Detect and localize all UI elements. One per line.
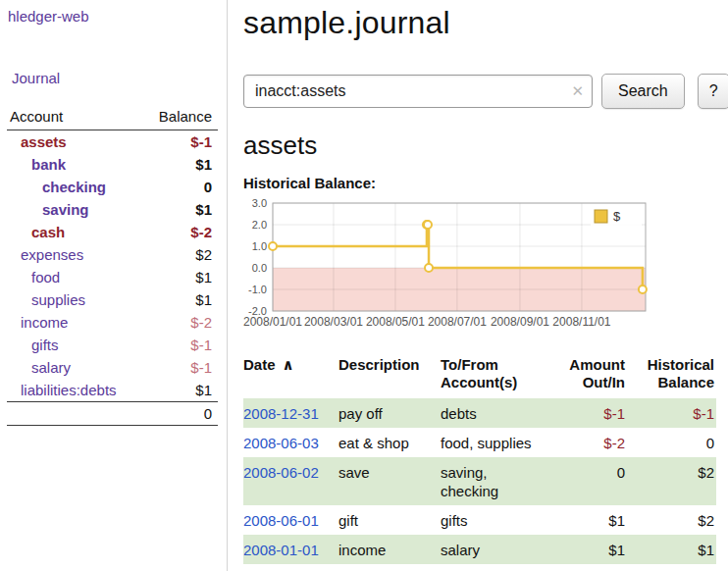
x-axis-tick-label: 2008/01/01	[243, 315, 302, 329]
transaction-amount: $1	[556, 535, 627, 564]
sidebar: hledger-web Journal Account Balance asse…	[0, 0, 228, 571]
account-link[interactable]: assets	[21, 133, 67, 150]
account-balance: $1	[141, 153, 218, 176]
account-balance: $-1	[141, 356, 218, 379]
account-balance: $-2	[141, 221, 218, 243]
account-link[interactable]: salary	[31, 359, 71, 376]
register-header-accounts: To/From Account(s)	[441, 354, 556, 398]
transaction-description: income	[338, 535, 441, 564]
account-link[interactable]: liabilities:debts	[21, 382, 117, 398]
account-row: food$1	[7, 266, 218, 288]
transaction-amount: 0	[556, 457, 627, 505]
register-header-description: Description	[338, 354, 441, 398]
accounts-total-row: 0	[7, 402, 218, 426]
transaction-balance: $2	[627, 457, 716, 505]
transaction-balance: 0	[627, 428, 716, 457]
transaction-date: 2008-01-01	[243, 535, 338, 564]
data-point-marker	[269, 242, 277, 250]
x-axis-tick-label: 2008/03/01	[304, 315, 363, 329]
transaction-row: 2008-06-02savesaving, checking0$2	[243, 457, 716, 505]
legend-label: $	[613, 209, 621, 224]
account-link[interactable]: food	[31, 269, 60, 286]
account-link[interactable]: income	[21, 314, 68, 331]
data-point-marker	[639, 286, 647, 293]
clear-search-icon[interactable]: ✕	[571, 82, 584, 100]
transaction-description: save	[338, 457, 441, 505]
y-axis-tick-label: 3.0	[252, 197, 267, 209]
account-link[interactable]: saving	[42, 201, 89, 218]
accounts-header-account: Account	[7, 106, 141, 130]
account-link[interactable]: gifts	[31, 337, 59, 353]
register-header-balance: Historical Balance	[627, 354, 716, 398]
transaction-accounts: salary	[441, 535, 556, 564]
y-axis-tick-label: 1.0	[252, 240, 267, 252]
account-row: gifts$-1	[7, 334, 218, 356]
account-link[interactable]: expenses	[21, 246, 83, 263]
account-link[interactable]: cash	[31, 224, 65, 240]
accounts-total-balance: 0	[141, 402, 218, 426]
page-title: sample.journal	[243, 0, 728, 41]
app-title: hledger-web	[0, 8, 227, 25]
transaction-date-link[interactable]: 2008-06-01	[243, 512, 319, 529]
account-balance: $2	[141, 243, 218, 266]
accounts-header-row: Account Balance	[7, 106, 218, 130]
transaction-date-link[interactable]: 2008-01-01	[243, 542, 319, 558]
account-balance: $1	[141, 379, 218, 402]
transaction-description: gift	[338, 505, 441, 535]
legend-swatch	[595, 210, 607, 223]
account-balance: $-1	[141, 130, 218, 154]
help-button[interactable]: ?	[698, 74, 728, 109]
sidebar-nav: Journal	[0, 70, 227, 86]
sidebar-item-journal[interactable]: Journal	[12, 70, 60, 86]
account-heading: assets	[243, 130, 728, 161]
account-row: checking0	[7, 176, 218, 198]
transaction-row: 2008-01-01incomesalary$1$1	[243, 535, 716, 564]
search-input[interactable]	[243, 75, 593, 108]
account-row: supplies$1	[7, 288, 218, 311]
account-balance: 0	[141, 176, 218, 198]
account-balance: $1	[141, 288, 218, 311]
transaction-row: 2008-06-03eat & shopfood, supplies$-20	[243, 428, 716, 457]
register-table-body: 2008-12-31pay offdebts$-1$-12008-06-03ea…	[243, 398, 716, 564]
register-header-date[interactable]: Date∧	[243, 354, 338, 398]
x-axis-tick-label: 2008/09/01	[491, 315, 549, 329]
account-link[interactable]: supplies	[31, 291, 85, 308]
y-axis-tick-label: -1.0	[248, 284, 267, 295]
transaction-date-link[interactable]: 2008-06-02	[243, 464, 319, 481]
y-axis-tick-label: 2.0	[252, 219, 267, 231]
chart-svg: $3.02.01.00.0-1.0-2.02008/01/012008/03/0…	[243, 197, 650, 335]
account-row: saving$1	[7, 198, 218, 221]
sort-ascending-icon: ∧	[283, 356, 294, 373]
transaction-balance: $2	[627, 505, 716, 535]
transaction-description: eat & shop	[338, 428, 441, 457]
x-axis-tick-label: 2008/07/01	[428, 315, 487, 329]
search-button[interactable]: Search	[601, 74, 685, 109]
account-link[interactable]: checking	[42, 179, 106, 195]
register-header-date-label: Date	[243, 356, 276, 373]
app-title-link[interactable]: hledger-web	[8, 8, 89, 25]
transaction-description: pay off	[338, 398, 441, 428]
y-axis-tick-label: 0.0	[252, 262, 267, 274]
accounts-table: Account Balance assets$-1bank$1checking0…	[7, 106, 218, 426]
x-axis-tick-label: 2008/11/01	[552, 315, 610, 329]
account-balance: $1	[141, 266, 218, 288]
account-row: liabilities:debts$1	[7, 379, 218, 402]
transaction-date-link[interactable]: 2008-06-03	[243, 435, 319, 451]
transaction-date: 2008-06-03	[243, 428, 338, 457]
hledger-web-app: hledger-web Journal Account Balance asse…	[0, 0, 728, 571]
transaction-amount: $1	[556, 505, 627, 535]
transaction-date: 2008-12-31	[243, 398, 338, 428]
account-balance: $-1	[141, 334, 218, 356]
accounts-header-balance: Balance	[141, 106, 218, 130]
accounts-total-spacer	[7, 402, 141, 426]
transaction-row: 2008-12-31pay offdebts$-1$-1	[243, 398, 716, 428]
transaction-balance: $1	[627, 535, 716, 564]
accounts-table-body: assets$-1bank$1checking0saving$1cash$-2e…	[7, 130, 218, 402]
account-row: cash$-2	[7, 221, 218, 243]
transaction-accounts: debts	[441, 398, 556, 428]
account-row: bank$1	[7, 153, 218, 176]
account-balance: $-2	[141, 311, 218, 334]
transaction-date-link[interactable]: 2008-12-31	[243, 405, 319, 422]
account-row: salary$-1	[7, 356, 218, 379]
account-link[interactable]: bank	[31, 156, 66, 173]
